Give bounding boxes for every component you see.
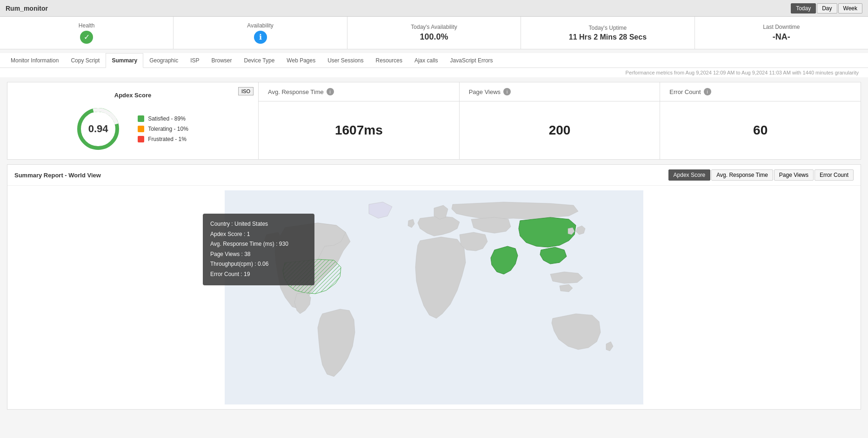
world-tab-pageviews[interactable]: Page Views	[774, 169, 814, 181]
tolerating-label: Tolerating - 10%	[148, 126, 188, 132]
apdex-score-value: 0.94	[88, 123, 108, 135]
today-availability-label: Today's Availability	[411, 24, 457, 30]
frustrated-label: Frustrated - 1%	[148, 136, 187, 142]
tab-resources[interactable]: Resources	[370, 53, 408, 67]
performance-note: Performance metrics from Aug 9,2024 12:0…	[0, 68, 868, 77]
satisfied-label: Satisfied - 89%	[148, 115, 186, 122]
tab-copy-script[interactable]: Copy Script	[65, 53, 106, 67]
last-downtime-stat: Last Downtime -NA-	[695, 17, 868, 49]
error-count-label: Error Count	[669, 88, 701, 95]
tab-user-sessions[interactable]: User Sessions	[321, 53, 369, 67]
tooltip-response: Avg. Response Time (ms) : 930	[210, 239, 307, 249]
stats-bar: Health Availability Today's Availability…	[0, 17, 868, 49]
health-icon	[80, 31, 93, 44]
tab-javascript-errors[interactable]: JavaScript Errors	[444, 53, 499, 67]
today-uptime-stat: Today's Uptime 11 Hrs 2 Mins 28 Secs	[521, 17, 694, 49]
apdex-circle: 0.94	[77, 108, 119, 150]
week-button[interactable]: Week	[838, 3, 862, 13]
world-section: Summary Report - World View Apdex Score …	[7, 164, 861, 410]
tab-summary[interactable]: Summary	[106, 53, 143, 68]
time-range-buttons: Today Day Week	[791, 3, 862, 13]
world-tab-response[interactable]: Avg. Response Time	[711, 169, 773, 181]
health-label: Health	[79, 22, 95, 29]
legend-tolerating: Tolerating - 10%	[138, 126, 188, 132]
page-views-info-icon[interactable]: i	[503, 88, 511, 95]
tab-isp[interactable]: ISP	[184, 53, 205, 67]
tab-device-type[interactable]: Device Type	[238, 53, 281, 67]
tab-geographic[interactable]: Geographic	[143, 53, 184, 67]
tooltip-pageviews: Page Views : 38	[210, 249, 307, 260]
today-uptime-label: Today's Uptime	[589, 25, 627, 31]
tabs-bar: Monitor Information Copy Script Summary …	[0, 53, 868, 68]
tooltip-errorcount: Error Count : 19	[210, 270, 307, 280]
avg-response-time-value: 1607ms	[335, 101, 383, 159]
last-downtime-value: -NA-	[773, 32, 790, 42]
tab-monitor-information[interactable]: Monitor Information	[5, 53, 65, 67]
top-bar: Rum_monitor Today Day Week	[0, 0, 868, 17]
avg-response-time-header: Avg. Response Time i	[259, 82, 459, 101]
page-views-label: Page Views	[469, 88, 501, 95]
error-count-info-icon[interactable]: i	[704, 88, 711, 95]
perf-note-text: Performance metrics from Aug 9,2024 12:0…	[626, 70, 859, 75]
avg-response-time-label: Avg. Response Time	[268, 88, 324, 95]
page-views-col: Page Views i 200	[460, 82, 661, 159]
world-header: Summary Report - World View Apdex Score …	[7, 165, 861, 186]
page-views-header: Page Views i	[460, 82, 660, 101]
metrics-panel: ISO Apdex Score 0.94 Satisfied - 89% Tol…	[7, 82, 861, 160]
error-count-header: Error Count i	[660, 82, 861, 101]
apdex-section: ISO Apdex Score 0.94 Satisfied - 89% Tol…	[7, 82, 259, 159]
today-uptime-value: 11 Hrs 2 Mins 28 Secs	[569, 33, 647, 41]
apdex-title: Apdex Score	[114, 92, 151, 99]
satisfied-dot	[138, 115, 144, 122]
day-button[interactable]: Day	[817, 3, 837, 13]
map-tooltip: Country : United States Apdex Score : 1 …	[203, 214, 314, 285]
world-view-tabs: Apdex Score Avg. Response Time Page View…	[668, 169, 854, 181]
error-count-col: Error Count i 60	[660, 82, 861, 159]
world-map-svg	[12, 190, 856, 404]
tolerating-dot	[138, 126, 144, 132]
tab-web-pages[interactable]: Web Pages	[280, 53, 321, 67]
today-button[interactable]: Today	[791, 3, 816, 13]
tab-browser[interactable]: Browser	[206, 53, 238, 67]
world-tab-apdex[interactable]: Apdex Score	[668, 169, 711, 181]
availability-stat: Availability	[174, 17, 347, 49]
error-count-value: 60	[753, 101, 768, 159]
tab-ajax-calls[interactable]: Ajax calls	[408, 53, 444, 67]
avg-response-time-col: Avg. Response Time i 1607ms	[259, 82, 460, 159]
legend-frustrated: Frustrated - 1%	[138, 136, 188, 142]
last-downtime-label: Last Downtime	[763, 24, 800, 30]
app-title: Rum_monitor	[6, 5, 48, 12]
tooltip-apdex: Apdex Score : 1	[210, 229, 307, 240]
frustrated-dot	[138, 136, 144, 142]
health-stat: Health	[0, 17, 174, 49]
map-container: Country : United States Apdex Score : 1 …	[7, 186, 861, 409]
apdex-legend: Satisfied - 89% Tolerating - 10% Frustra…	[138, 115, 188, 142]
tooltip-country: Country : United States	[210, 219, 307, 229]
availability-label: Availability	[247, 22, 273, 29]
world-title: Summary Report - World View	[14, 172, 101, 179]
today-availability-value: 100.0%	[420, 32, 448, 42]
tooltip-throughput: Throughput(cpm) : 0.06	[210, 259, 307, 270]
world-tab-errors[interactable]: Error Count	[815, 169, 854, 181]
legend-satisfied: Satisfied - 89%	[138, 115, 188, 122]
page-views-value: 200	[549, 101, 571, 159]
availability-icon	[254, 31, 267, 44]
iso-button[interactable]: ISO	[238, 87, 254, 95]
apdex-content: 0.94 Satisfied - 89% Tolerating - 10% Fr…	[77, 108, 188, 150]
today-availability-stat: Today's Availability 100.0%	[347, 17, 521, 49]
avg-response-time-info-icon[interactable]: i	[327, 88, 334, 95]
